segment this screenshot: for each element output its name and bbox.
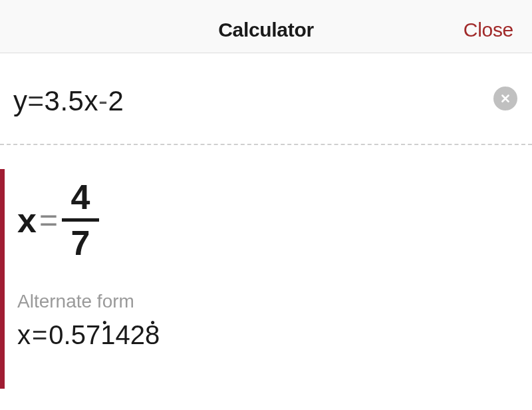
fraction-denominator: 7 [65, 224, 95, 262]
header-bar: Calculator Close [0, 0, 532, 53]
fraction-bar [62, 218, 99, 222]
expression-const: 2 [108, 85, 124, 116]
input-section: y=3.5x-2 [0, 53, 532, 144]
expression-coef: 3.5x [45, 85, 98, 116]
page-title: Calculator [218, 19, 314, 41]
expression-minus: - [98, 85, 108, 116]
alt-equals: = [32, 320, 47, 350]
result-fraction: 4 7 [62, 178, 99, 262]
close-button[interactable]: Close [464, 19, 513, 41]
repeat-dot-end: ● [150, 317, 155, 327]
close-icon [499, 93, 511, 104]
alt-repeating-block: ●571428● [71, 320, 160, 350]
expression-input[interactable]: y=3.5x-2 [13, 85, 519, 117]
alt-digits: 571428 [71, 320, 160, 349]
accent-bar [0, 169, 5, 389]
section-divider [0, 144, 532, 145]
expression-equals: = [28, 85, 45, 116]
alternate-form-value: x=0.●571428● [11, 320, 532, 350]
result-variable: x [17, 200, 37, 240]
clear-button[interactable] [493, 87, 517, 110]
expression-y: y [13, 85, 28, 116]
alt-variable: x [17, 320, 31, 350]
result-section: x = 4 7 Alternate form x=0.●571428● [0, 169, 532, 350]
alt-leading: 0. [49, 320, 70, 350]
fraction-numerator: 4 [65, 178, 95, 216]
repeat-dot-start: ● [102, 317, 107, 327]
alternate-form-label: Alternate form [11, 291, 532, 312]
result-equals: = [39, 202, 58, 238]
result-primary: x = 4 7 [11, 169, 532, 262]
